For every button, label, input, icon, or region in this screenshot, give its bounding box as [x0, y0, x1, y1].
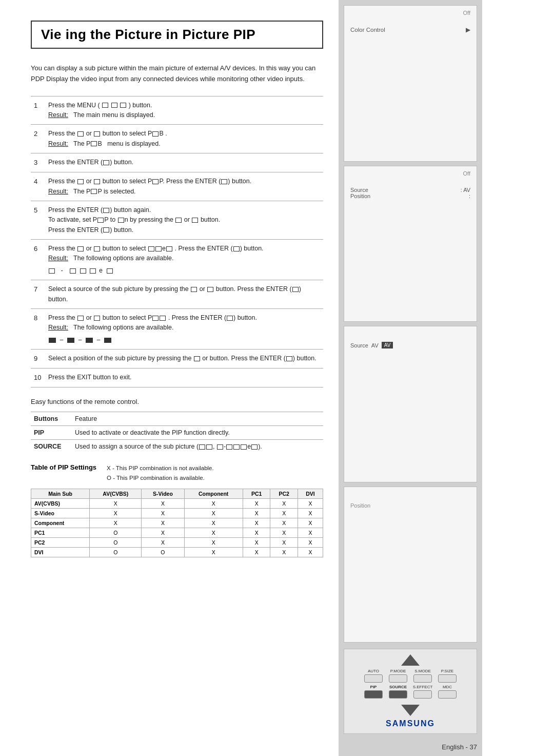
- psize-btn[interactable]: [438, 674, 457, 683]
- auto-btn[interactable]: [364, 674, 383, 683]
- pip-icon3: [152, 179, 159, 184]
- pip-cell-2-2: X: [142, 518, 184, 528]
- opt1: [49, 268, 55, 274]
- enter-icon: [103, 160, 109, 165]
- pip-settings-section: Table of PIP Settings X - This PIP combi…: [31, 463, 323, 482]
- opt2: [70, 268, 76, 274]
- step-row-4: 4 Press the or button to select PP. Pres…: [31, 172, 323, 201]
- source-btn-label: SOURCE: [387, 685, 409, 689]
- screen3-content: Source AV AV: [350, 342, 470, 348]
- src-icon1: [199, 444, 205, 450]
- buttons-feature-table: Buttons Feature PIP Used to activate or …: [31, 412, 323, 453]
- step-num-2: 2: [31, 125, 45, 153]
- seffect-btn[interactable]: [413, 690, 432, 699]
- pip-icon4: [91, 189, 97, 194]
- source-button-label: SOURCE: [31, 440, 72, 454]
- step-num-10: 10: [31, 369, 45, 387]
- pip-cell-5-3: X: [184, 548, 243, 557]
- step-content-9: Select a position of the sub picture by …: [45, 350, 323, 369]
- step-content-5: Press the ENTER () button again. To acti…: [45, 201, 323, 239]
- step-num-7: 7: [31, 280, 45, 309]
- pip-cell-4-2: X: [142, 538, 184, 548]
- enter-icon3: [103, 208, 109, 213]
- menu-icon2: [111, 103, 117, 108]
- source-av-highlight: AV: [382, 342, 393, 348]
- position-label: Position: [350, 193, 370, 199]
- step-row-2: 2 Press the or button to select PB . Res…: [31, 125, 323, 153]
- pip-btn[interactable]: [364, 690, 383, 699]
- pmode-btn[interactable]: [389, 674, 407, 683]
- step-content-8: Press the or button to select P . Press …: [45, 308, 323, 349]
- src-icon5: [233, 444, 240, 450]
- down-btn3: [94, 246, 100, 251]
- pos-icon2: [160, 316, 166, 321]
- enter-icon2: [221, 179, 227, 184]
- step-num-3: 3: [31, 153, 45, 172]
- step-content-7: Select a source of the sub picture by pr…: [45, 280, 323, 309]
- step-content-1: Press the MENU ( ) button. Result: The m…: [45, 96, 323, 125]
- pip-cell-1-4: X: [243, 509, 270, 518]
- auto-btn-label: AUTO: [362, 669, 385, 673]
- triangle-up-icon: [401, 654, 420, 666]
- step-content-10: Press the EXIT button to exit.: [45, 369, 323, 387]
- pip-cell-5-4: X: [243, 548, 270, 557]
- pip-grid-header-4: PC1: [243, 489, 270, 499]
- remote-buttons-grid: AUTO P.MODE S.MODE P.SIZE PIP SOURCE: [362, 669, 459, 699]
- feature-col-header: Feature: [72, 412, 323, 426]
- screen1-content: Color Control ▶: [350, 26, 470, 33]
- pip-cell-1-3: X: [184, 509, 243, 518]
- step-num-9: 9: [31, 350, 45, 369]
- right-panel: Off Color Control ▶ Off Source : AV Posi…: [339, 0, 482, 756]
- opt3: [80, 268, 86, 274]
- pip-cell-3-0: PC1: [31, 528, 90, 538]
- left-btn3: [194, 356, 200, 361]
- main-content: Vie ing the Picture in Picture PIP You c…: [0, 0, 339, 756]
- color-control-arrow: ▶: [466, 26, 470, 33]
- right-btn: [192, 218, 198, 223]
- pip-grid-header-5: PC2: [270, 489, 298, 499]
- menu-icon3: [120, 103, 126, 108]
- pip-grid-row-0: AV(CVBS)XXXXXX: [31, 499, 323, 509]
- menu-icon: [102, 103, 108, 108]
- auto-btn-group: AUTO: [362, 669, 385, 683]
- pip-cell-1-2: X: [142, 509, 184, 518]
- screen-4: Position: [344, 487, 477, 643]
- pip-grid-row-5: DVIOOXXXX: [31, 548, 323, 557]
- mdc-btn[interactable]: [438, 690, 457, 699]
- source-btn[interactable]: [389, 690, 407, 699]
- src-icon7: [251, 444, 258, 450]
- pip-cell-2-1: X: [90, 518, 142, 528]
- pip-cell-5-1: O: [90, 548, 142, 557]
- smode-btn[interactable]: [413, 674, 432, 683]
- up-btn: [77, 131, 84, 137]
- color-control-item: Color Control ▶: [350, 26, 470, 33]
- step-row-7: 7 Select a source of the sub picture by …: [31, 280, 323, 309]
- step-1-result: Result:: [48, 111, 68, 119]
- enter-icon7: [227, 316, 233, 321]
- pip-grid-header-2: S-Video: [142, 489, 184, 499]
- pip-cell-2-3: X: [184, 518, 243, 528]
- intro-text: You can display a sub picture within the…: [31, 63, 323, 85]
- step-2-result: Result:: [48, 140, 68, 147]
- step-row-6: 6 Press the or button to select e . Pres…: [31, 240, 323, 280]
- source-av-item: Source AV AV: [350, 342, 470, 348]
- pip-cell-3-5: X: [270, 528, 298, 538]
- pos-icon: [152, 316, 159, 321]
- mdc-btn-label: MDC: [436, 685, 459, 689]
- pip-cell-2-4: X: [243, 518, 270, 528]
- smode-btn-label: S.MODE: [411, 669, 434, 673]
- step-num-8: 8: [31, 308, 45, 349]
- position-item: Position :: [350, 193, 470, 199]
- pip-cell-2-0: Component: [31, 518, 90, 528]
- source-btn-group: SOURCE: [387, 685, 409, 699]
- off-label-1: Off: [463, 10, 470, 16]
- down-btn2: [94, 179, 100, 184]
- right-btn2: [207, 287, 213, 292]
- enter-icon6: [292, 287, 299, 292]
- pip-note-2: O - This PIP combination is available.: [107, 473, 214, 482]
- pip-cell-4-1: O: [90, 538, 142, 548]
- pos-opt1: [49, 338, 56, 343]
- src-icon2: [206, 444, 212, 450]
- pip-grid-row-4: PC2OXXXXX: [31, 538, 323, 548]
- smode-btn-group: S.MODE: [411, 669, 434, 683]
